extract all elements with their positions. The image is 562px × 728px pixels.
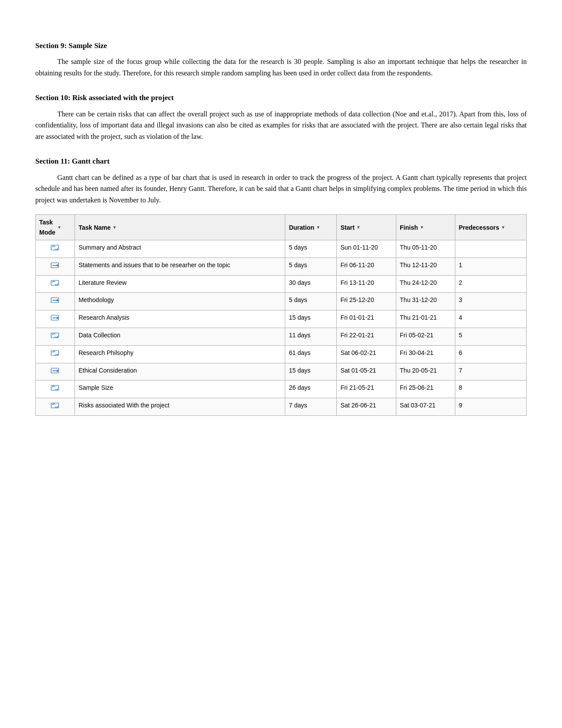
task-duration-cell: 15 days bbox=[285, 310, 337, 328]
manual-schedule-icon bbox=[51, 314, 60, 323]
section-10-para-0: There can be certain risks that can affe… bbox=[35, 108, 527, 142]
col-finish-label: Finish bbox=[400, 223, 418, 232]
task-name-cell: Statements and issues that to be researh… bbox=[75, 258, 285, 275]
auto-schedule-icon bbox=[51, 280, 60, 288]
task-predecessors-cell: 6 bbox=[455, 345, 526, 363]
task-name-cell: Sample Size bbox=[75, 381, 285, 398]
col-header-name[interactable]: Task Name ▼ bbox=[75, 215, 285, 240]
task-predecessors-cell: 1 bbox=[455, 258, 526, 275]
task-finish-cell: Fri 05-02-21 bbox=[396, 328, 455, 346]
col-name-label: Task Name bbox=[78, 223, 111, 232]
task-predecessors-cell: 3 bbox=[455, 293, 526, 310]
section-11: Section 11: Gantt chart Gantt chart can … bbox=[35, 155, 527, 416]
task-finish-cell: Thu 21-01-21 bbox=[396, 310, 455, 328]
table-row: Summary and Abstract5 daysSun 01-11-20Th… bbox=[36, 240, 527, 258]
task-duration-cell: 15 days bbox=[285, 363, 337, 381]
col-header-mode[interactable]: TaskMode ▼ bbox=[36, 215, 75, 240]
task-start-cell: Fri 25-12-20 bbox=[337, 293, 396, 310]
gantt-header-row: TaskMode ▼ Task Name ▼ Duration ▼ bbox=[36, 215, 527, 240]
task-duration-cell: 7 days bbox=[285, 398, 337, 416]
task-finish-cell: Thu 20-05-21 bbox=[396, 363, 455, 381]
svg-marker-7 bbox=[57, 299, 59, 302]
col-name-sort-icon[interactable]: ▼ bbox=[112, 224, 117, 231]
task-mode-cell bbox=[36, 275, 75, 293]
task-finish-cell: Thu 12-11-20 bbox=[396, 258, 455, 275]
auto-schedule-icon bbox=[51, 350, 60, 358]
manual-schedule-icon bbox=[51, 297, 60, 306]
section-9-para-0: The sample size of the focus group while… bbox=[35, 56, 527, 78]
task-name-cell: Risks associated With the project bbox=[75, 398, 285, 416]
task-predecessors-cell: 8 bbox=[455, 381, 526, 398]
task-start-cell: Fri 22-01-21 bbox=[337, 328, 396, 346]
col-start-label: Start bbox=[340, 223, 354, 232]
task-mode-cell bbox=[36, 345, 75, 363]
col-duration-sort-icon[interactable]: ▼ bbox=[316, 224, 320, 231]
col-finish-sort-icon[interactable]: ▼ bbox=[420, 224, 424, 231]
svg-marker-3 bbox=[57, 264, 59, 267]
task-start-cell: Fri 06-11-20 bbox=[337, 258, 396, 275]
task-mode-cell bbox=[36, 328, 75, 346]
table-row: Ethical Consideration15 daysSat 01-05-21… bbox=[36, 363, 527, 381]
table-row: Methodology5 daysFri 25-12-20Thu 31-12-2… bbox=[36, 293, 527, 310]
task-finish-cell: Fri 25-06-21 bbox=[396, 381, 455, 398]
task-mode-cell bbox=[36, 258, 75, 275]
task-predecessors-cell: 4 bbox=[455, 310, 526, 328]
col-header-start[interactable]: Start ▼ bbox=[337, 215, 396, 240]
task-start-cell: Fri 13-11-20 bbox=[337, 275, 396, 293]
task-start-cell: Fri 21-05-21 bbox=[337, 381, 396, 398]
task-start-cell: Sat 06-02-21 bbox=[337, 345, 396, 363]
task-start-cell: Sat 01-05-21 bbox=[337, 363, 396, 381]
task-name-cell: Literature Review bbox=[75, 275, 285, 293]
task-name-cell: Data Collection bbox=[75, 328, 285, 346]
section-11-heading: Section 11: Gantt chart bbox=[35, 155, 527, 167]
task-predecessors-cell: 2 bbox=[455, 275, 526, 293]
task-duration-cell: 11 days bbox=[285, 328, 337, 346]
col-header-finish[interactable]: Finish ▼ bbox=[396, 215, 455, 240]
col-predecessors-sort-icon[interactable]: ▼ bbox=[501, 224, 506, 231]
task-name-cell: Methodology bbox=[75, 293, 285, 310]
col-predecessors-label: Predecessors bbox=[459, 223, 499, 232]
table-row: Sample Size26 daysFri 21-05-21Fri 25-06-… bbox=[36, 381, 527, 398]
auto-schedule-icon bbox=[51, 244, 60, 253]
task-start-cell: Fri 01-01-21 bbox=[337, 310, 396, 328]
manual-schedule-icon bbox=[51, 262, 60, 271]
manual-schedule-icon bbox=[51, 367, 60, 376]
task-mode-cell bbox=[36, 240, 75, 258]
col-mode-sort-icon[interactable]: ▼ bbox=[57, 224, 62, 231]
task-mode-cell bbox=[36, 310, 75, 328]
task-duration-cell: 5 days bbox=[285, 293, 337, 310]
task-duration-cell: 5 days bbox=[285, 240, 337, 258]
task-duration-cell: 61 days bbox=[285, 345, 337, 363]
task-mode-cell bbox=[36, 381, 75, 398]
section-11-para-0: Gantt chart can be defined as a type of … bbox=[35, 172, 527, 206]
task-mode-cell bbox=[36, 293, 75, 310]
section-9-heading: Section 9: Sample Size bbox=[35, 40, 527, 52]
section-10-heading: Section 10: Risk associated with the pro… bbox=[35, 92, 527, 104]
col-header-predecessors[interactable]: Predecessors ▼ bbox=[455, 215, 526, 240]
task-finish-cell: Thu 24-12-20 bbox=[396, 275, 455, 293]
task-predecessors-cell: 9 bbox=[455, 398, 526, 416]
task-predecessors-cell bbox=[455, 240, 526, 258]
col-duration-label: Duration bbox=[289, 223, 314, 232]
svg-marker-15 bbox=[57, 370, 59, 372]
col-mode-label: TaskMode bbox=[39, 217, 56, 237]
task-mode-cell bbox=[36, 363, 75, 381]
section-9: Section 9: Sample Size The sample size o… bbox=[35, 40, 527, 78]
gantt-table: TaskMode ▼ Task Name ▼ Duration ▼ bbox=[35, 214, 527, 416]
task-name-cell: Research Philsophy bbox=[75, 345, 285, 363]
task-finish-cell: Thu 05-11-20 bbox=[396, 240, 455, 258]
task-finish-cell: Thu 31-12-20 bbox=[396, 293, 455, 310]
table-row: Research Philsophy61 daysSat 06-02-21Fri… bbox=[36, 345, 527, 363]
task-predecessors-cell: 7 bbox=[455, 363, 526, 381]
col-start-sort-icon[interactable]: ▼ bbox=[356, 224, 361, 231]
task-finish-cell: Fri 30-04-21 bbox=[396, 345, 455, 363]
table-row: Research Analysis15 daysFri 01-01-21Thu … bbox=[36, 310, 527, 328]
task-mode-cell bbox=[36, 398, 75, 416]
col-header-duration[interactable]: Duration ▼ bbox=[285, 215, 337, 240]
table-row: Data Collection11 daysFri 22-01-21Fri 05… bbox=[36, 328, 527, 346]
task-duration-cell: 30 days bbox=[285, 275, 337, 293]
auto-schedule-icon bbox=[51, 385, 60, 393]
gantt-table-wrapper: TaskMode ▼ Task Name ▼ Duration ▼ bbox=[35, 214, 527, 416]
svg-marker-10 bbox=[57, 317, 59, 319]
task-name-cell: Summary and Abstract bbox=[75, 240, 285, 258]
